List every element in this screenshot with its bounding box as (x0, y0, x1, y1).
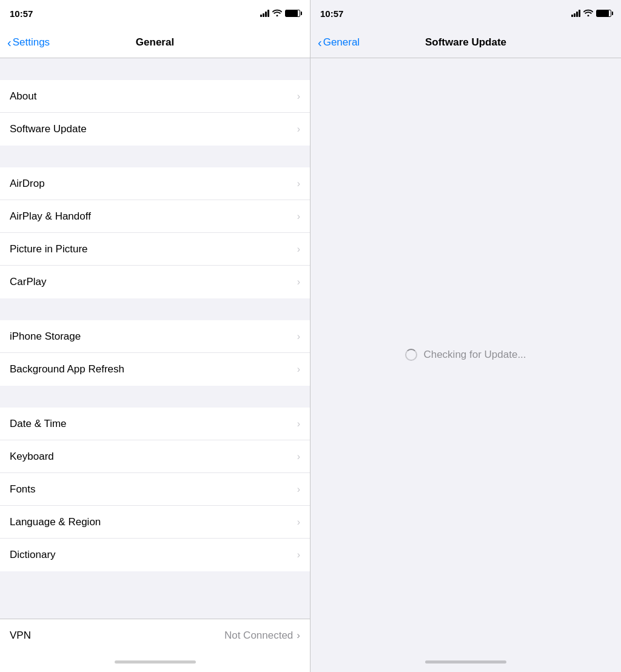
row-picture-in-picture[interactable]: Picture in Picture › (0, 233, 310, 266)
settings-group-1: About › Software Update › (0, 80, 310, 146)
row-dictionary-label: Dictionary (10, 549, 56, 561)
row-date-time-label: Date & Time (10, 418, 67, 430)
row-dictionary[interactable]: Dictionary › (0, 539, 310, 571)
left-home-indicator (0, 651, 310, 672)
signal-icon (260, 10, 269, 17)
row-about-label: About (10, 90, 36, 102)
row-background-app-refresh-label: Background App Refresh (10, 363, 124, 375)
row-background-app-refresh-right: › (297, 364, 300, 375)
right-status-bar: 10:57 (310, 0, 621, 27)
row-iphone-storage-label: iPhone Storage (10, 331, 81, 343)
settings-group-4: Date & Time › Keyboard › Fonts › (0, 408, 310, 571)
row-keyboard-right: › (297, 451, 300, 462)
row-about[interactable]: About › (0, 80, 310, 113)
row-airplay-handoff-label: AirPlay & Handoff (10, 210, 91, 223)
row-date-time-right: › (297, 418, 300, 429)
row-airdrop[interactable]: AirDrop › (0, 167, 310, 200)
left-nav-title: General (136, 36, 174, 49)
right-time: 10:57 (320, 8, 343, 19)
section-gap-2 (0, 146, 310, 167)
row-carplay[interactable]: CarPlay › (0, 266, 310, 298)
vpn-row[interactable]: VPN Not Connected › (0, 619, 310, 651)
row-iphone-storage[interactable]: iPhone Storage › (0, 320, 310, 353)
row-keyboard-chevron: › (297, 451, 300, 462)
settings-group-3: iPhone Storage › Background App Refresh … (0, 320, 310, 386)
battery-icon (285, 10, 300, 17)
right-content: Checking for Update... (310, 58, 621, 651)
left-nav-bar: ‹ Settings General (0, 27, 310, 58)
right-back-label: General (323, 36, 360, 49)
row-background-app-refresh[interactable]: Background App Refresh › (0, 353, 310, 386)
row-carplay-label: CarPlay (10, 276, 46, 288)
vpn-right: Not Connected › (224, 630, 300, 642)
right-back-button[interactable]: ‹ General (318, 36, 360, 49)
left-settings-scroll[interactable]: About › Software Update › AirDrop (0, 58, 310, 619)
row-dictionary-chevron: › (297, 549, 300, 560)
left-status-icons (260, 9, 300, 18)
row-fonts-right: › (297, 484, 300, 495)
row-airplay-handoff-chevron: › (297, 211, 300, 222)
wifi-icon (272, 9, 282, 18)
row-language-region-label: Language & Region (10, 516, 101, 528)
right-panel: 10:57 ‹ Ge (310, 0, 621, 672)
right-nav-title: Software Update (425, 36, 506, 49)
row-airdrop-right: › (297, 178, 300, 189)
row-about-chevron: › (297, 91, 300, 102)
row-airplay-handoff-right: › (297, 211, 300, 222)
left-panel: 10:57 ‹ Se (0, 0, 310, 672)
row-background-app-refresh-chevron: › (297, 364, 300, 375)
row-software-update-label: Software Update (10, 123, 87, 135)
row-keyboard-label: Keyboard (10, 451, 54, 463)
right-status-icons (571, 9, 611, 18)
row-iphone-storage-chevron: › (297, 331, 300, 342)
checking-text: Checking for Update... (423, 349, 526, 361)
row-fonts-label: Fonts (10, 483, 36, 496)
row-airplay-handoff[interactable]: AirPlay & Handoff › (0, 200, 310, 233)
row-airdrop-label: AirDrop (10, 178, 45, 190)
row-date-time-chevron: › (297, 418, 300, 429)
row-language-region[interactable]: Language & Region › (0, 506, 310, 539)
row-carplay-chevron: › (297, 277, 300, 287)
vpn-chevron: › (297, 630, 300, 642)
row-language-region-right: › (297, 517, 300, 528)
checking-container: Checking for Update... (405, 349, 526, 361)
left-home-bar (115, 660, 196, 664)
row-software-update-chevron: › (297, 124, 300, 135)
right-back-chevron: ‹ (318, 36, 322, 49)
row-picture-in-picture-right: › (297, 244, 300, 255)
left-back-chevron: ‹ (7, 36, 12, 49)
left-status-bar: 10:57 (0, 0, 310, 27)
row-fonts[interactable]: Fonts › (0, 473, 310, 506)
left-time: 10:57 (10, 8, 33, 19)
right-home-indicator (310, 651, 621, 672)
row-picture-in-picture-label: Picture in Picture (10, 243, 88, 255)
right-nav-bar: ‹ General Software Update (310, 27, 621, 58)
settings-group-2: AirDrop › AirPlay & Handoff › Picture in… (0, 167, 310, 298)
left-back-label: Settings (13, 36, 50, 49)
row-fonts-chevron: › (297, 484, 300, 495)
row-dictionary-right: › (297, 549, 300, 560)
vpn-label: VPN (10, 630, 31, 642)
right-battery-icon (596, 10, 611, 17)
right-signal-icon (571, 10, 580, 17)
left-back-button[interactable]: ‹ Settings (7, 36, 50, 49)
section-gap-4 (0, 386, 310, 408)
right-wifi-icon (583, 9, 593, 18)
row-language-region-chevron: › (297, 517, 300, 528)
row-software-update-right: › (297, 124, 300, 135)
row-picture-in-picture-chevron: › (297, 244, 300, 255)
row-software-update[interactable]: Software Update › (0, 113, 310, 146)
right-home-bar (425, 660, 506, 664)
row-airdrop-chevron: › (297, 178, 300, 189)
vpn-value: Not Connected (224, 630, 293, 642)
section-gap-5 (0, 571, 310, 593)
row-date-time[interactable]: Date & Time › (0, 408, 310, 440)
section-gap-1 (0, 58, 310, 80)
spinner-icon (405, 349, 417, 361)
row-about-right: › (297, 91, 300, 102)
section-gap-3 (0, 298, 310, 320)
row-iphone-storage-right: › (297, 331, 300, 342)
row-keyboard[interactable]: Keyboard › (0, 440, 310, 473)
row-carplay-right: › (297, 277, 300, 287)
